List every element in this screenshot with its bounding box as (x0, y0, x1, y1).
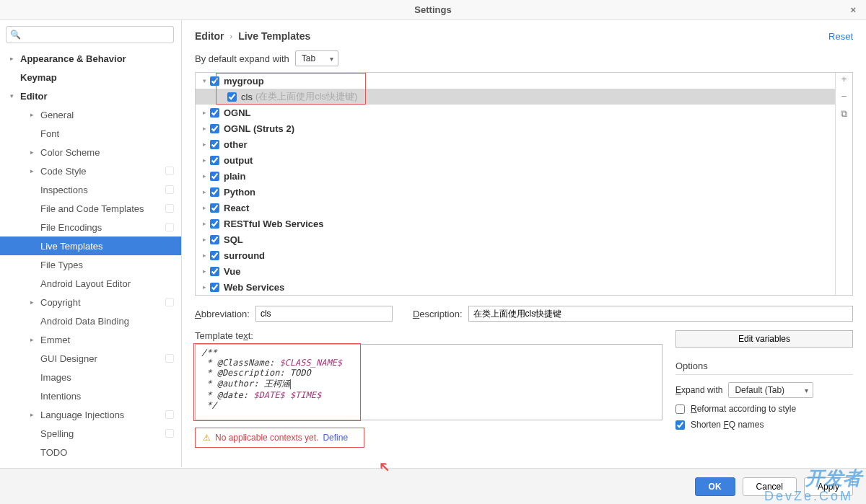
template-checkbox[interactable] (210, 108, 219, 118)
chevron-right-icon: › (229, 32, 232, 40)
template-item[interactable]: ▸RESTful Web Services (196, 216, 835, 231)
settings-tree[interactable]: ▸Appearance & BehaviorKeymap▾Editor▸Gene… (0, 49, 181, 467)
breadcrumb-root[interactable]: Editor (195, 30, 224, 42)
copy-icon[interactable]: ⧉ (841, 109, 847, 119)
template-checkbox[interactable] (210, 219, 219, 229)
chevron-icon: ▸ (200, 252, 209, 259)
template-item[interactable]: ▸OGNL (196, 105, 835, 120)
sidebar-item-live-templates[interactable]: Live Templates (0, 236, 181, 255)
template-checkbox[interactable] (210, 267, 219, 276)
title-bar: Settings × (0, 0, 866, 20)
template-name: Web Services (224, 282, 284, 293)
context-define-link[interactable]: Define (323, 433, 348, 443)
template-name: SQL (224, 234, 243, 245)
sidebar-item-color-scheme[interactable]: ▸Color Scheme (0, 143, 181, 162)
default-expand-label: By default expand with (195, 53, 289, 64)
template-item[interactable]: ▸React (196, 200, 835, 216)
template-item[interactable]: ▸other (196, 136, 835, 152)
sidebar-item-label: Emmet (40, 335, 70, 345)
sidebar-item-label: General (40, 110, 74, 120)
template-name: mygroup (224, 76, 264, 87)
sidebar-item-intentions[interactable]: Intentions (0, 386, 181, 405)
sidebar-item-label: Color Scheme (40, 147, 100, 158)
template-list[interactable]: ▾mygroupcls(在类上面使用cls快捷键)▸OGNL▸OGNL (Str… (196, 73, 835, 295)
description-label: Description: (413, 309, 463, 319)
cancel-button[interactable]: Cancel (743, 477, 797, 496)
chevron-icon: ▾ (200, 77, 209, 84)
description-input[interactable] (468, 306, 853, 322)
scope-icon (165, 223, 174, 231)
template-item[interactable]: ▸OGNL (Struts 2) (196, 120, 835, 136)
search-input[interactable] (6, 26, 174, 43)
reset-link[interactable]: Reset (828, 31, 853, 42)
sidebar-item-android-layout-editor[interactable]: Android Layout Editor (0, 274, 181, 293)
template-checkbox[interactable] (210, 124, 219, 133)
template-checkbox[interactable] (210, 172, 219, 181)
template-text-editor[interactable]: /** * @ClassName: $CLASS_NAME$ * @Descri… (195, 344, 662, 420)
sidebar-item-appearance-behavior[interactable]: ▸Appearance & Behavior (0, 49, 181, 68)
reformat-checkbox[interactable] (675, 404, 685, 414)
context-status-box: ⚠ No applicable contexts yet. Define (195, 428, 364, 448)
add-icon[interactable]: + (841, 74, 847, 84)
ok-button[interactable]: OK (695, 477, 735, 496)
template-checkbox[interactable] (210, 203, 219, 213)
sidebar-item-label: Appearance & Behavior (20, 53, 126, 64)
sidebar-item-keymap[interactable]: Keymap (0, 68, 181, 87)
template-item[interactable]: ▸output (196, 152, 835, 168)
sidebar-item-todo[interactable]: TODO (0, 443, 181, 461)
sidebar-item-code-style[interactable]: ▸Code Style (0, 162, 181, 180)
template-item[interactable]: ▸SQL (196, 231, 835, 247)
sidebar-item-editor[interactable]: ▾Editor (0, 87, 181, 105)
shorten-fq-checkbox[interactable] (675, 420, 685, 430)
sidebar-item-file-encodings[interactable]: File Encodings (0, 218, 181, 236)
template-item[interactable]: ▸plain (196, 168, 835, 184)
chevron-icon: ▸ (200, 172, 209, 180)
sidebar-item-language-injections[interactable]: ▸Language Injections (0, 405, 181, 424)
sidebar-item-android-data-binding[interactable]: Android Data Binding (0, 311, 181, 330)
warning-icon: ⚠ (203, 433, 211, 443)
sidebar-item-file-and-code-templates[interactable]: File and Code Templates (0, 199, 181, 218)
abbreviation-input[interactable] (255, 306, 393, 322)
sidebar-item-images[interactable]: Images (0, 368, 181, 386)
options-title: Options (675, 361, 853, 375)
template-name: plain (224, 171, 245, 182)
sidebar-item-gui-designer[interactable]: GUI Designer (0, 349, 181, 368)
apply-button[interactable]: Apply (804, 477, 853, 496)
template-item[interactable]: ▸Vue (196, 263, 835, 279)
sidebar-item-emmet[interactable]: ▸Emmet (0, 330, 181, 349)
sidebar-item-inspections[interactable]: Inspections (0, 180, 181, 199)
template-checkbox[interactable] (210, 140, 219, 149)
chevron-icon: ▸ (10, 55, 17, 62)
sidebar-item-label: Editor (20, 91, 48, 102)
template-name: surround (224, 250, 265, 261)
expand-with-combo[interactable]: Default (Tab) (728, 382, 813, 398)
template-name: Python (224, 187, 255, 198)
template-item[interactable]: ▸Python (196, 184, 835, 200)
sidebar-item-general[interactable]: ▸General (0, 105, 181, 124)
chevron-icon: ▸ (200, 109, 209, 116)
sidebar-item-copyright[interactable]: ▸Copyright (0, 293, 181, 311)
default-expand-combo[interactable]: Tab (295, 50, 338, 66)
remove-icon[interactable]: − (841, 92, 847, 102)
edit-variables-button[interactable]: Edit variables (675, 330, 853, 348)
template-item[interactable]: cls(在类上面使用cls快捷键) (196, 89, 835, 105)
template-item[interactable]: ▾mygroup (196, 73, 835, 89)
template-checkbox[interactable] (210, 156, 219, 165)
template-checkbox[interactable] (210, 76, 219, 86)
template-checkbox[interactable] (210, 283, 219, 292)
close-icon[interactable]: × (850, 4, 856, 15)
template-checkbox[interactable] (210, 251, 219, 260)
sidebar-item-file-types[interactable]: File Types (0, 255, 181, 274)
sidebar-item-label: Images (40, 372, 71, 383)
sidebar-item-font[interactable]: Font (0, 124, 181, 143)
template-item[interactable]: ▸surround (196, 247, 835, 263)
sidebar-item-label: Keymap (20, 72, 57, 83)
template-checkbox[interactable] (227, 92, 237, 102)
shorten-fq-label: Shorten FQ names (691, 420, 764, 430)
breadcrumb-leaf: Live Templates (238, 30, 310, 42)
chevron-icon: ▸ (200, 156, 209, 164)
template-checkbox[interactable] (210, 187, 219, 197)
template-item[interactable]: ▸Web Services (196, 279, 835, 295)
template-checkbox[interactable] (210, 235, 219, 244)
sidebar-item-spelling[interactable]: Spelling (0, 424, 181, 443)
